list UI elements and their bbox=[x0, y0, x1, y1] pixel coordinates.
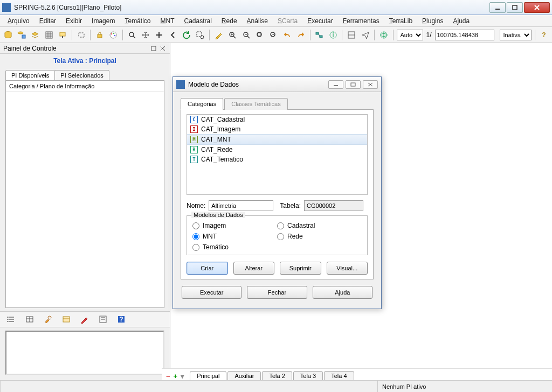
panel-tab-0[interactable]: PI Disponíveis bbox=[5, 70, 55, 80]
category-list[interactable]: CCAT_CadastralICAT_ImagemMCAT_MNTRCAT_Re… bbox=[187, 114, 368, 195]
menu-terralib[interactable]: TerraLib bbox=[385, 16, 417, 26]
zoom-layer-icon[interactable] bbox=[268, 29, 279, 41]
zoom-out-icon[interactable] bbox=[240, 29, 252, 41]
info-icon[interactable]: i bbox=[327, 29, 339, 41]
zoom-fit-icon[interactable] bbox=[254, 29, 265, 41]
status-bar: Nenhum PI ativo bbox=[0, 380, 552, 392]
menu-ajuda[interactable]: Ajuda bbox=[448, 16, 474, 26]
radio-rede[interactable]: Rede bbox=[277, 231, 362, 242]
close-button[interactable] bbox=[524, 2, 550, 13]
pi-list[interactable]: Categoria / Plano de Informação bbox=[5, 80, 164, 308]
minimize-button[interactable] bbox=[489, 2, 506, 13]
category-item[interactable]: CCAT_Cadastral bbox=[187, 115, 367, 124]
view-tab-tela-2[interactable]: Tela 2 bbox=[262, 371, 292, 380]
zoom-in-icon[interactable] bbox=[227, 29, 238, 41]
menu-mnt[interactable]: MNT bbox=[156, 16, 178, 26]
view-tab-auxiliar[interactable]: Auxiliar bbox=[227, 371, 261, 380]
zoom-icon[interactable] bbox=[126, 29, 137, 41]
dialog-visual-button[interactable]: Visual... bbox=[327, 262, 368, 275]
menu-executar[interactable]: Executar bbox=[303, 16, 337, 26]
radio-imagem[interactable]: Imagem bbox=[192, 220, 277, 231]
layers-icon[interactable] bbox=[30, 29, 41, 41]
paint-icon[interactable] bbox=[57, 29, 68, 41]
category-item[interactable]: RCAT_Rede bbox=[187, 145, 367, 155]
category-label: CAT_MNT bbox=[201, 136, 231, 143]
view-tab-principal[interactable]: Principal bbox=[190, 371, 226, 380]
fly-icon[interactable] bbox=[360, 29, 371, 41]
modelo-de-dados-dialog: Modelo de Dados CategoriasClasses Temáti… bbox=[172, 76, 382, 309]
dialog-tab-0[interactable]: Categorias bbox=[181, 98, 223, 110]
category-item[interactable]: TCAT_Tematico bbox=[187, 155, 367, 164]
dialog-tab-1[interactable]: Classes Temáticas bbox=[224, 98, 288, 110]
dialog-close-button[interactable] bbox=[363, 80, 378, 89]
scale-mode-select[interactable]: Auto bbox=[397, 30, 423, 40]
dialog-fechar-button[interactable]: Fechar bbox=[247, 286, 307, 299]
pencil-icon[interactable] bbox=[213, 29, 224, 41]
table-icon[interactable] bbox=[24, 313, 36, 325]
menu-imagem[interactable]: Imagem bbox=[87, 16, 119, 26]
panel-help-icon[interactable]: ? bbox=[115, 313, 127, 325]
menu-análise[interactable]: Análise bbox=[243, 16, 272, 26]
tab-menu-button[interactable]: ▾ bbox=[180, 372, 185, 380]
radio-cadastral[interactable]: Cadastral bbox=[277, 220, 362, 231]
form-icon[interactable] bbox=[97, 313, 109, 325]
view-tab-tela-3[interactable]: Tela 3 bbox=[293, 371, 323, 380]
db2-icon[interactable] bbox=[16, 29, 27, 41]
nome-input[interactable] bbox=[209, 200, 273, 211]
menu-rede[interactable]: Rede bbox=[217, 16, 242, 26]
menu-cadastral[interactable]: Cadastral bbox=[180, 16, 216, 26]
pan-icon[interactable] bbox=[140, 29, 151, 41]
svg-rect-38 bbox=[316, 32, 319, 34]
category-item[interactable]: MCAT_MNT bbox=[187, 134, 367, 145]
panel-close-button[interactable] bbox=[159, 45, 167, 52]
rect-icon[interactable] bbox=[75, 29, 87, 41]
radio-temático[interactable]: Temático bbox=[192, 242, 277, 253]
menu-plugins[interactable]: Plugins bbox=[418, 16, 447, 26]
attrs-icon[interactable] bbox=[60, 313, 72, 325]
panel-float-button[interactable] bbox=[150, 45, 157, 52]
menu-temático[interactable]: Temático bbox=[120, 16, 155, 26]
dialog-alterar-button[interactable]: Alterar bbox=[233, 262, 275, 275]
scale-value[interactable]: 100705.148438 bbox=[435, 30, 494, 40]
link-icon[interactable] bbox=[314, 29, 325, 41]
radio-mnt[interactable]: MNT bbox=[192, 231, 277, 242]
measure-icon[interactable] bbox=[346, 29, 357, 41]
palette-icon[interactable] bbox=[108, 29, 119, 41]
status-mode-select[interactable]: Inativa bbox=[500, 30, 532, 40]
menu-exibir[interactable]: Exibir bbox=[61, 16, 86, 26]
dialog-executar-button[interactable]: Executar bbox=[182, 286, 242, 299]
select-icon[interactable] bbox=[195, 29, 206, 41]
svg-point-20 bbox=[129, 32, 134, 37]
redo-icon[interactable] bbox=[295, 29, 306, 41]
dialog-criar-button[interactable]: Criar bbox=[187, 262, 228, 275]
tab-remove-button[interactable]: − bbox=[165, 372, 171, 380]
view-tab-tela-4[interactable]: Tela 4 bbox=[324, 371, 354, 380]
svg-point-19 bbox=[114, 34, 116, 36]
menu-scarta: SCarta bbox=[273, 16, 302, 26]
dialog-maximize-button[interactable] bbox=[346, 80, 361, 89]
list-icon[interactable] bbox=[5, 313, 17, 325]
dialog-ajuda-button[interactable]: Ajuda bbox=[313, 286, 372, 299]
grid-icon[interactable] bbox=[43, 29, 54, 41]
tools-icon[interactable] bbox=[42, 313, 54, 325]
dialog-suprimir-button[interactable]: Suprimir bbox=[280, 262, 321, 275]
menu-arquivo[interactable]: Arquivo bbox=[3, 16, 34, 26]
tab-add-button[interactable]: + bbox=[172, 372, 179, 380]
db-icon[interactable] bbox=[2, 29, 13, 41]
maximize-button[interactable] bbox=[507, 2, 523, 13]
cross-icon[interactable] bbox=[154, 29, 165, 41]
menu-editar[interactable]: Editar bbox=[35, 16, 60, 26]
undo-icon[interactable] bbox=[281, 29, 293, 41]
prev-icon[interactable] bbox=[167, 29, 178, 41]
dialog-minimize-button[interactable] bbox=[328, 80, 343, 89]
edit-icon[interactable] bbox=[79, 313, 91, 325]
panel-tab-1[interactable]: PI Selecionados bbox=[54, 70, 109, 80]
svg-rect-7 bbox=[46, 32, 52, 38]
help-icon[interactable]: ? bbox=[538, 29, 549, 41]
svg-point-56 bbox=[8, 319, 9, 320]
lock-icon[interactable] bbox=[94, 29, 105, 41]
refresh-icon[interactable] bbox=[181, 29, 192, 41]
category-item[interactable]: ICAT_Imagem bbox=[187, 124, 367, 134]
world-icon[interactable] bbox=[378, 29, 389, 41]
menu-ferramentas[interactable]: Ferramentas bbox=[339, 16, 384, 26]
